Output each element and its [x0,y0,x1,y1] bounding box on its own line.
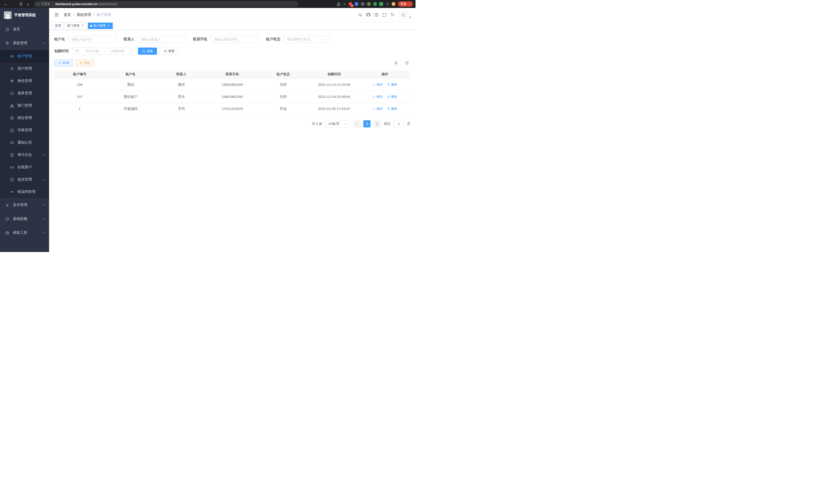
browser-home-icon[interactable]: ⌂ [25,1,31,7]
extension-icon[interactable]: 10 [348,2,352,6]
search-form-row-2: 创建时间 开始日期 - 结束日期 搜索 [54,48,410,55]
status-select[interactable]: 请选择租户状态 [284,36,330,43]
col-tenant-id: 租户编号 [54,70,105,79]
browser-forward-icon[interactable]: → [10,1,17,7]
cell-mobile: 15601691300 [207,79,258,91]
bookmark-star-icon[interactable]: ☆ [343,2,346,6]
reset-button[interactable]: 重置 [160,48,179,55]
sidebar-item-dept[interactable]: 部门管理 [0,99,49,112]
mobile-input[interactable] [211,36,259,43]
cell-tenant-name: 芋道源码 [105,103,156,115]
tab-tenant[interactable]: 租户管理 × [88,23,113,29]
cell-tenant-id: 108 [54,79,105,91]
sidebar-item-dev-tools[interactable]: 研发工具 [0,226,49,240]
extension-icon[interactable] [385,2,389,6]
browser-menu-kebab-icon[interactable]: ⋮ [407,2,412,6]
close-icon[interactable]: × [107,24,111,28]
export-button[interactable]: 导出 [76,59,94,66]
sidebar-item-sms[interactable]: 短信管理 [0,173,49,186]
close-icon[interactable]: × [81,24,84,28]
sidebar-item-label: 通知公告 [18,140,32,145]
breadcrumb-system[interactable]: 系统管理 [77,12,91,17]
page-size-select[interactable]: 10条/页 [325,120,350,127]
mobile-input-field[interactable] [214,37,256,41]
sidebar-item-online-users[interactable]: 在线用户 [0,161,49,173]
calendar-icon [75,49,79,53]
tab-label: 首页 [55,24,61,28]
edit-link[interactable]: 修改 [373,107,382,111]
extension-icon[interactable] [361,2,365,6]
tenant-name-input[interactable] [68,36,116,43]
sidebar-item-role[interactable]: 角色管理 [0,75,49,87]
sidebar-item-label: 租户管理 [18,54,32,59]
fullscreen-icon[interactable] [382,13,386,17]
sidebar-item-menu[interactable]: 菜单管理 [0,87,49,99]
extension-icon[interactable] [354,2,359,6]
github-icon[interactable] [366,12,371,17]
goto-page-input[interactable] [394,120,404,127]
delete-link[interactable]: 删除 [387,94,397,99]
sidebar-item-system[interactable]: ⚙ 系统管理 [0,36,49,50]
extension-icon[interactable] [373,2,377,6]
tab-home[interactable]: 首页 [53,23,63,29]
sidebar-item-label: 系统管理 [13,41,27,46]
search-icon[interactable] [358,13,362,17]
cell-contact: 芋艿 [156,103,207,115]
add-button[interactable]: 新增 [54,59,73,66]
next-page-icon[interactable] [373,120,381,127]
help-icon[interactable] [374,13,378,17]
delete-link[interactable]: 删除 [387,107,397,111]
page-content: 租户名 联系人 联系手机 [49,30,416,252]
extension-icon[interactable] [379,2,383,6]
page-number-current[interactable]: 1 [363,120,371,127]
browser-back-icon[interactable]: ← [3,1,9,7]
chevron-down-icon [324,38,327,41]
contact-input-field[interactable] [141,37,183,41]
table-row: 108 测试 测试 15601691300 关闭 2021-12-14 21:0… [54,79,410,91]
edit-link[interactable]: 修改 [373,83,382,87]
cell-created: 2021-01-05 17:03:47 [309,103,360,115]
edit-link[interactable]: 修改 [373,94,382,99]
sidebar-item-label: 支付管理 [13,203,27,207]
refresh-icon[interactable] [403,59,410,66]
sidebar-item-infrastructure[interactable]: 基础设施 [0,212,49,226]
sidebar-item-dict[interactable]: 字典管理 [0,124,49,137]
reset-button-label: 重置 [168,49,174,53]
prev-page-icon[interactable] [353,120,361,127]
sidebar-item-payment[interactable]: ¥ 支付管理 [0,198,49,212]
tenant-name-input-field[interactable] [72,37,113,41]
breadcrumb-home[interactable]: 首页 [64,12,71,17]
sidebar-item-notice[interactable]: 通知公告 [0,137,49,149]
list-icon [10,91,14,95]
font-size-icon[interactable] [390,13,395,17]
app-logo[interactable]: 芋道管理系统 [0,8,49,22]
sidebar-item-error-code[interactable]: </> 错误码管理 [0,186,49,198]
sidebar-item-tenant[interactable]: 租户管理 [0,50,49,62]
sidebar-item-post[interactable]: 岗位管理 [0,112,49,124]
delete-link-label: 删除 [391,83,397,87]
sidebar-item-user[interactable]: 用户管理 [0,62,49,75]
hamburger-icon[interactable] [53,12,60,17]
document-edit-icon [10,153,14,157]
sidebar-item-home[interactable]: 首页 [0,22,49,36]
chevron-down-icon [42,154,45,156]
browser-update-button[interactable]: 更新 ⋮ [398,1,413,7]
delete-link[interactable]: 删除 [387,83,397,87]
cell-tenant-id: 1 [54,103,105,115]
address-bar[interactable]: ⚠ 不安全 dashboard.yudao.iocoder.cn/system/… [34,1,298,7]
date-range-picker[interactable]: 开始日期 - 结束日期 [72,48,132,55]
search-button[interactable]: 搜索 [138,48,157,55]
sidebar-item-audit-log[interactable]: 审计日志 [0,149,49,161]
sidebar-item-label: 研发工具 [13,230,27,235]
profile-avatar[interactable] [392,2,396,6]
tab-dept[interactable]: 部门管理 × [65,23,87,29]
extension-icon[interactable] [367,2,371,6]
share-icon[interactable] [337,2,341,6]
security-label[interactable]: 不安全 [41,2,50,6]
delete-link-label: 删除 [391,94,397,99]
show-search-icon[interactable] [392,59,400,66]
contact-input[interactable] [138,36,186,43]
goto-label: 前往 [384,121,391,126]
browser-reload-icon[interactable] [18,1,24,7]
user-avatar-menu[interactable]: ▾ [399,11,411,19]
